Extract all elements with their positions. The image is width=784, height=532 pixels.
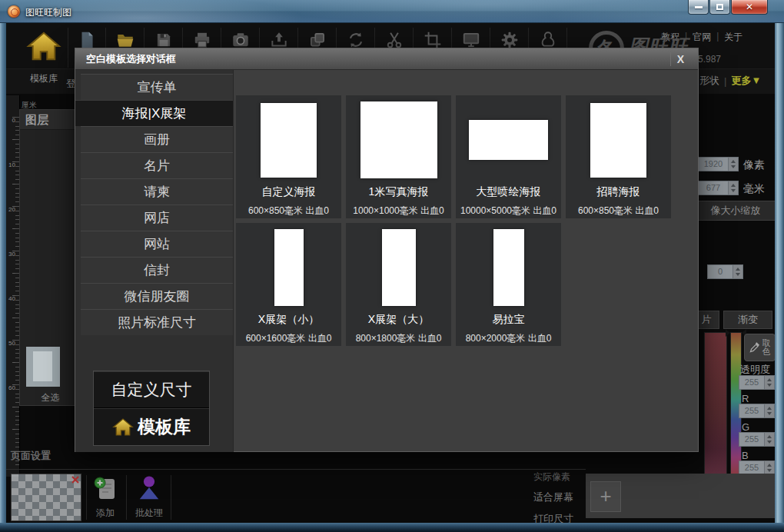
spin-down-icon[interactable] bbox=[736, 273, 740, 276]
select-all-button[interactable]: 全选 bbox=[20, 391, 81, 404]
width-pixels-input[interactable]: 1920 bbox=[698, 157, 739, 171]
category-business-card[interactable]: 名片 bbox=[81, 152, 233, 178]
category-album[interactable]: 画册 bbox=[81, 126, 233, 152]
divider bbox=[126, 475, 127, 520]
template-card-rollup-banner[interactable]: 易拉宝 800×2000毫米 出血0 bbox=[456, 223, 561, 346]
ruler-number: 60 bbox=[6, 384, 15, 391]
maximize-button[interactable] bbox=[709, 0, 730, 15]
green-input[interactable]: 255 bbox=[739, 432, 775, 447]
template-preview bbox=[274, 228, 304, 308]
mm-label: 毫米 bbox=[743, 182, 765, 196]
category-website[interactable]: 网站 bbox=[81, 231, 233, 257]
spin-down-icon[interactable] bbox=[767, 469, 772, 472]
spin-up-icon[interactable] bbox=[767, 464, 772, 467]
ruler-number: 0 bbox=[6, 117, 15, 124]
pick-color-label: 取色 bbox=[762, 339, 772, 356]
category-photo-sizes[interactable]: 照片标准尺寸 bbox=[81, 309, 233, 335]
home-icon bbox=[26, 31, 61, 62]
actual-pixels-item[interactable]: 实际像素 bbox=[533, 470, 570, 484]
category-poster-xstand[interactable]: 海报|X展架 bbox=[75, 100, 233, 126]
divider bbox=[171, 475, 171, 520]
template-preview bbox=[590, 100, 646, 180]
template-library-dialog-button[interactable]: 模板库 bbox=[94, 408, 209, 445]
custom-size-button[interactable]: 自定义尺寸 bbox=[94, 371, 209, 408]
spin-up-icon[interactable] bbox=[767, 407, 772, 410]
divider: | bbox=[724, 75, 726, 87]
spinner-buttons[interactable] bbox=[765, 404, 775, 418]
template-card-xstand-large[interactable]: X展架（大） 800×1800毫米 出血0 bbox=[346, 223, 451, 346]
image-scale-button[interactable]: 像大小缩放 bbox=[690, 201, 781, 221]
template-dimensions: 800×1800毫米 出血0 bbox=[356, 332, 442, 345]
width-mm-value[interactable]: 677 bbox=[698, 181, 729, 195]
batch-icon bbox=[136, 474, 162, 503]
template-card-xstand-small[interactable]: X展架（小） 600×1600毫米 出血0 bbox=[236, 223, 341, 346]
more-dropdown[interactable]: 更多▼ bbox=[731, 74, 761, 88]
template-name: 自定义海报 bbox=[262, 185, 316, 199]
dialog-close-button[interactable]: X bbox=[670, 52, 690, 66]
minimize-button[interactable] bbox=[688, 0, 709, 15]
batch-label: 批处理 bbox=[131, 507, 168, 520]
spin-up-icon[interactable] bbox=[736, 268, 740, 271]
ruler-number: 10 bbox=[6, 161, 15, 168]
template-preview bbox=[261, 100, 317, 180]
spinner-buttons[interactable] bbox=[729, 157, 739, 171]
template-card-1m-photo-poster[interactable]: 1米写真海报 1000×1000毫米 出血0 bbox=[346, 95, 451, 218]
category-wechat-moments[interactable]: 微信朋友圈 bbox=[81, 283, 233, 309]
template-preview bbox=[360, 100, 437, 180]
delete-page-icon[interactable] bbox=[71, 475, 80, 484]
spin-down-icon[interactable] bbox=[731, 165, 736, 168]
small-spinner-input[interactable]: 0 bbox=[707, 264, 743, 279]
small-spinner-value[interactable]: 0 bbox=[707, 264, 733, 279]
spin-up-icon[interactable] bbox=[767, 435, 772, 438]
shape-button[interactable]: 形状 bbox=[699, 74, 719, 88]
template-card-large-inkjet-poster[interactable]: 大型喷绘海报 10000×5000毫米 出血0 bbox=[456, 95, 561, 218]
blue-label: B bbox=[742, 450, 749, 461]
spin-down-icon[interactable] bbox=[767, 384, 772, 387]
app-window: 模板库 登 新建 打开 保存 打印 快照 bbox=[0, 0, 784, 532]
maximize-icon bbox=[716, 4, 723, 10]
category-flyer[interactable]: 宣传单 bbox=[81, 74, 233, 100]
add-plus-button[interactable]: + bbox=[590, 481, 621, 512]
template-card-custom-poster[interactable]: 自定义海报 600×850毫米 出血0 bbox=[236, 95, 341, 218]
category-envelope[interactable]: 信封 bbox=[81, 257, 233, 283]
template-dimensions: 800×2000毫米 出血0 bbox=[466, 332, 552, 345]
template-library-label: 模板库 bbox=[15, 72, 72, 85]
red-value[interactable]: 255 bbox=[739, 404, 765, 418]
close-icon: ✕ bbox=[746, 2, 753, 12]
opacity-value[interactable]: 255 bbox=[739, 375, 765, 390]
vertical-ruler: 0 10 20 30 40 50 60 bbox=[6, 95, 20, 477]
color-swatch[interactable] bbox=[704, 332, 727, 478]
spin-up-icon[interactable] bbox=[731, 184, 736, 187]
template-name: 大型喷绘海报 bbox=[477, 185, 541, 199]
category-invitation[interactable]: 请柬 bbox=[81, 178, 233, 204]
spinner-buttons[interactable] bbox=[765, 432, 775, 447]
fit-screen-item[interactable]: 适合屏幕 bbox=[533, 490, 573, 504]
width-pixels-value[interactable]: 1920 bbox=[698, 157, 729, 171]
opacity-input[interactable]: 255 bbox=[739, 375, 775, 390]
template-dimensions: 600×850毫米 出血0 bbox=[248, 204, 329, 218]
spinner-buttons[interactable] bbox=[733, 264, 743, 279]
template-dimensions: 600×1600毫米 出血0 bbox=[246, 332, 332, 345]
batch-process-button[interactable]: 批处理 bbox=[131, 474, 168, 520]
spin-down-icon[interactable] bbox=[767, 441, 772, 444]
red-input[interactable]: 255 bbox=[739, 404, 775, 418]
color-pick-button[interactable]: 取色 bbox=[744, 334, 776, 361]
spin-up-icon[interactable] bbox=[731, 160, 736, 163]
tab-gradient[interactable]: 渐变 bbox=[723, 311, 772, 329]
close-button[interactable]: ✕ bbox=[731, 0, 768, 15]
add-page-button[interactable]: 添加 bbox=[89, 475, 121, 520]
green-value[interactable]: 255 bbox=[739, 432, 765, 447]
width-mm-input[interactable]: 677 bbox=[698, 181, 739, 195]
spin-down-icon[interactable] bbox=[731, 189, 736, 192]
spinner-buttons[interactable] bbox=[729, 181, 739, 195]
category-online-shop[interactable]: 网店 bbox=[81, 204, 233, 231]
layer-thumbnail[interactable] bbox=[26, 347, 60, 387]
spin-down-icon[interactable] bbox=[767, 412, 772, 415]
template-name: X展架（小） bbox=[258, 313, 319, 327]
divider bbox=[6, 469, 586, 470]
window-titlebar: 图旺旺制图 ✕ bbox=[0, 0, 784, 23]
spinner-buttons[interactable] bbox=[765, 375, 775, 390]
template-card-recruitment-poster[interactable]: 招聘海报 600×850毫米 出血0 bbox=[566, 95, 671, 218]
spin-up-icon[interactable] bbox=[767, 378, 772, 381]
template-preview bbox=[493, 228, 524, 308]
